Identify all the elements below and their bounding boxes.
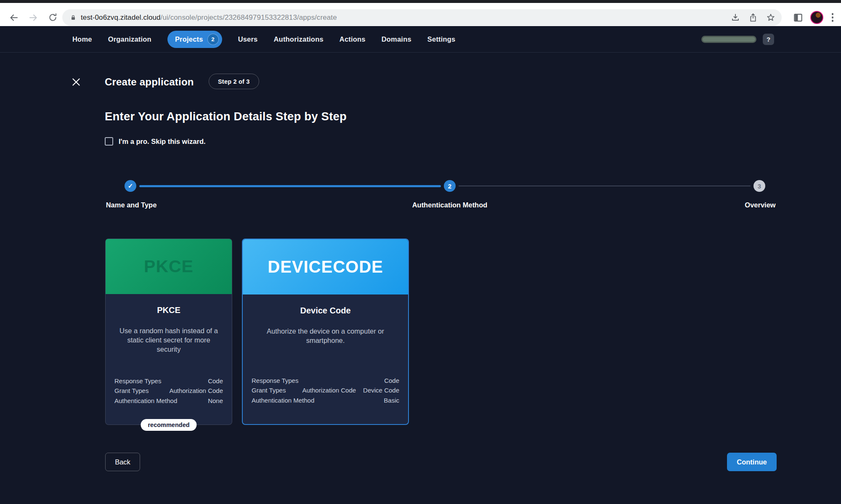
- nav-item-users[interactable]: Users: [238, 35, 258, 43]
- nav-item-projects-label: Projects: [175, 35, 203, 43]
- side-panel-icon[interactable]: [793, 12, 804, 23]
- row-value: Authorization Code: [302, 385, 356, 395]
- row-label: Response Types: [252, 376, 298, 386]
- console-navbar: Home Organization Projects 2 Users Autho…: [0, 26, 841, 53]
- devicecode-title: Device Code: [243, 306, 408, 316]
- step-2-circle: 2: [444, 180, 456, 192]
- step-2-label: Authentication Method: [412, 201, 488, 209]
- wizard-heading: Enter Your Application Details Step by S…: [105, 110, 347, 123]
- step-counter-badge: Step 2 of 3: [209, 74, 259, 89]
- auth-method-card-pkce[interactable]: PKCE PKCE Use a random hash instead of a…: [105, 239, 232, 425]
- projects-count-badge: 2: [208, 34, 218, 45]
- row-value: Code: [384, 376, 399, 386]
- browser-toolbar: test-0o6zvq.zitadel.cloud/ui/console/pro…: [0, 3, 841, 26]
- nav-item-projects[interactable]: Projects 2: [167, 31, 222, 48]
- step-3-number: 3: [758, 183, 761, 190]
- skip-wizard-label[interactable]: I'm a pro. Skip this wizard.: [119, 138, 206, 146]
- row-label: Authentication Method: [252, 395, 314, 406]
- auth-method-card-devicecode[interactable]: DEVICECODE Device Code Authorize the dev…: [242, 239, 409, 425]
- window-top-edge: [0, 0, 841, 3]
- pkce-description: Use a random hash instead of a static cl…: [106, 326, 232, 354]
- step-1-label: Name and Type: [106, 201, 157, 209]
- lock-icon: [69, 13, 77, 22]
- org-context-loading-skeleton: [701, 36, 756, 43]
- nav-item-actions[interactable]: Actions: [340, 35, 366, 43]
- pkce-title: PKCE: [106, 305, 232, 315]
- devicecode-description: Authorize the device on a computer or sm…: [243, 327, 408, 345]
- address-bar[interactable]: test-0o6zvq.zitadel.cloud/ui/console/pro…: [62, 9, 782, 26]
- devicecode-banner: DEVICECODE: [243, 239, 408, 294]
- close-wizard-button[interactable]: [70, 76, 82, 88]
- step-3-label: Overview: [745, 201, 775, 209]
- detail-row: Response Types Code: [114, 376, 223, 386]
- bookmark-star-icon[interactable]: [766, 13, 776, 23]
- row-value: Code: [208, 376, 223, 386]
- url-text: test-0o6zvq.zitadel.cloud/ui/console/pro…: [81, 13, 337, 22]
- back-button[interactable]: Back: [105, 453, 140, 471]
- url-host: test-0o6zvq.zitadel.cloud: [81, 13, 161, 21]
- row-value: Basic: [384, 395, 399, 406]
- nav-item-home[interactable]: Home: [72, 35, 92, 43]
- step-2-number: 2: [448, 183, 451, 190]
- close-icon: [71, 77, 82, 88]
- pkce-detail-rows: Response Types Code Grant Types Authoriz…: [114, 376, 223, 406]
- back-arrow-icon: [9, 13, 19, 23]
- detail-row: Response Types Code: [252, 376, 399, 386]
- row-label: Grant Types: [114, 386, 149, 396]
- forward-arrow-icon: [28, 13, 38, 23]
- detail-row: Authentication Method Basic: [252, 395, 399, 406]
- zitadel-console-window: test-0o6zvq.zitadel.cloud/ui/console/pro…: [0, 0, 841, 504]
- stepper-line-done: [139, 185, 441, 187]
- browser-forward-button[interactable]: [26, 11, 40, 25]
- step-1-circle: ✓: [125, 180, 136, 192]
- row-label: Response Types: [114, 376, 161, 386]
- browser-menu-icon[interactable]: [830, 11, 836, 24]
- row-value: Device Code: [363, 385, 399, 395]
- stepper-line-pending: [459, 186, 751, 186]
- browser-profile-avatar[interactable]: [810, 11, 823, 24]
- devicecode-detail-rows: Response Types Code Grant Types Authoriz…: [252, 376, 399, 406]
- share-icon[interactable]: [748, 13, 758, 23]
- nav-item-organization[interactable]: Organization: [108, 35, 151, 43]
- reload-icon: [48, 13, 58, 22]
- page-title: Create application: [105, 76, 194, 88]
- detail-row: Grant Types Authorization CodeDevice Cod…: [252, 385, 399, 395]
- help-button[interactable]: ?: [763, 34, 774, 45]
- continue-button[interactable]: Continue: [727, 453, 777, 471]
- detail-row: Authentication Method None: [114, 396, 223, 406]
- row-label: Authentication Method: [114, 396, 177, 406]
- nav-item-domains[interactable]: Domains: [382, 35, 411, 43]
- nav-item-settings[interactable]: Settings: [427, 35, 456, 43]
- skip-wizard-row[interactable]: I'm a pro. Skip this wizard.: [105, 137, 206, 146]
- browser-reload-button[interactable]: [45, 11, 60, 25]
- row-label: Grant Types: [252, 385, 286, 395]
- row-value: Authorization Code: [169, 386, 223, 396]
- nav-item-authorizations[interactable]: Authorizations: [274, 35, 324, 43]
- url-path: /ui/console/projects/232684979153322813/…: [161, 13, 337, 21]
- skip-wizard-checkbox[interactable]: [105, 137, 113, 146]
- check-icon: ✓: [128, 182, 133, 190]
- recommended-badge: recommended: [141, 419, 196, 431]
- pkce-banner: PKCE: [106, 239, 232, 294]
- step-3-circle: 3: [753, 180, 765, 192]
- detail-row: Grant Types Authorization Code: [114, 386, 223, 396]
- row-value: None: [208, 396, 223, 406]
- install-download-icon[interactable]: [730, 13, 740, 23]
- browser-back-button[interactable]: [7, 11, 21, 25]
